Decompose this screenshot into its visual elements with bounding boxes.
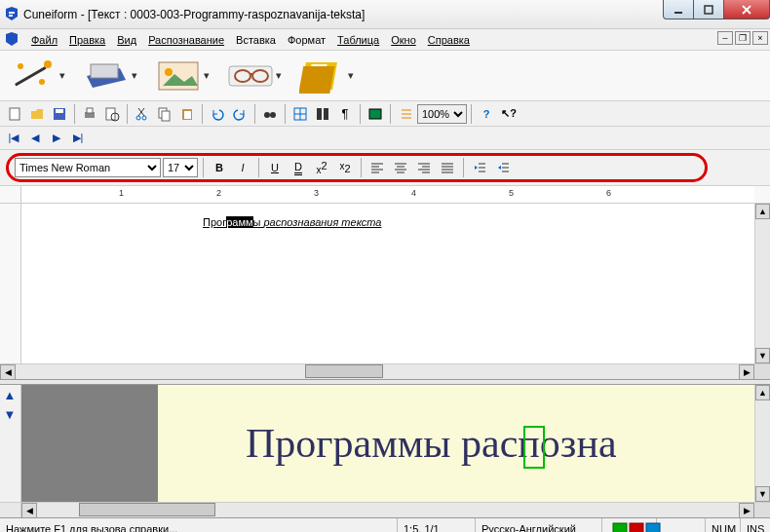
scroll-up-button[interactable]: ▲ [755,385,770,400]
next-error-button[interactable]: ▶ [47,129,66,148]
prev-error-button[interactable]: ◀ [25,129,45,148]
scroll-track[interactable] [755,400,770,486]
menu-help[interactable]: Справка [422,32,476,48]
preview-vertical-scrollbar[interactable]: ▲ ▼ [754,385,770,502]
scan-button[interactable]: ▾ [78,54,144,98]
maximize-button[interactable] [693,0,724,19]
svg-rect-61 [630,523,643,533]
indent-button[interactable] [492,158,514,177]
open-button[interactable] [26,103,48,125]
double-underline-button[interactable]: D [288,158,309,177]
new-button[interactable] [4,103,25,125]
ruler-tick: 6 [606,188,611,198]
separator [360,104,361,124]
list-button[interactable] [395,103,416,125]
preview-icon [104,106,120,122]
status-icon-1[interactable] [612,522,628,533]
scroll-thumb[interactable] [305,364,383,378]
preview-horizontal-scrollbar[interactable]: ◀ ▶ [0,502,770,517]
paste-button[interactable] [176,103,198,125]
align-justify-button[interactable] [437,158,458,177]
ruler-corner [0,186,21,203]
text-run: ы [253,216,264,228]
chevron-down-icon: ▾ [58,69,67,82]
align-center-button[interactable] [390,158,411,177]
scroll-right-button[interactable]: ▶ [739,364,754,380]
scroll-track[interactable] [37,503,739,517]
cut-button[interactable] [132,103,153,125]
font-select[interactable]: Times New Roman [15,158,161,177]
document-text[interactable]: Программы распознавания текста [203,211,381,231]
scroll-down-button[interactable]: ▼ [755,348,770,363]
mdi-restore-button[interactable]: ❐ [735,31,751,45]
scroll-left-button[interactable]: ◀ [0,364,16,380]
minimize-button[interactable] [663,0,694,19]
superscript-button[interactable]: x2 [311,158,332,177]
menu-table[interactable]: Таблица [331,32,385,48]
print-button[interactable] [79,103,100,125]
horizontal-scrollbar[interactable]: ◀ ▶ [0,363,770,379]
bold-button[interactable]: B [209,158,230,177]
preview-down-button[interactable]: ▼ [0,404,19,424]
menu-window[interactable]: Окно [385,32,422,48]
font-size-select[interactable]: 17 [163,158,198,177]
save-button[interactable]: ▾ [294,54,361,98]
last-error-button[interactable]: ▶| [68,129,88,148]
first-error-button[interactable]: |◀ [4,129,23,148]
preview-body[interactable]: Программы распозна [21,385,754,502]
scroll-right-button[interactable]: ▶ [739,503,754,518]
page[interactable]: Программы распознавания текста [21,204,754,363]
paragraph-button[interactable]: ¶ [334,103,356,125]
vertical-scrollbar[interactable]: ▲ ▼ [754,204,770,363]
zoom-select[interactable]: 100% [417,104,467,124]
menu-edit[interactable]: Правка [63,32,111,48]
recognize-button[interactable]: ▾ [222,54,289,98]
svg-rect-24 [162,111,170,121]
vertical-ruler[interactable] [0,204,21,363]
horizontal-ruler[interactable]: 1 2 3 4 5 6 [21,186,754,203]
align-left-button[interactable] [366,158,388,177]
scroll-up-button[interactable]: ▲ [755,204,770,219]
subscript-button[interactable]: x2 [334,158,356,177]
italic-button[interactable]: I [232,158,253,177]
context-help-button[interactable]: ↖? [498,103,520,125]
underline-button[interactable]: U [264,158,286,177]
columns-button[interactable] [312,103,333,125]
mdi-minimize-button[interactable]: – [717,31,733,45]
scroll-thumb[interactable] [79,503,215,516]
text-run: Прог [203,216,226,228]
menu-insert[interactable]: Вставка [230,32,282,48]
print-preview-button[interactable] [101,103,123,125]
wizard-button[interactable]: ▾ [6,54,72,98]
undo-button[interactable] [207,103,228,125]
frame-button[interactable] [365,103,386,125]
outdent-button[interactable] [469,158,490,177]
ruler-tick: 1 [119,188,124,198]
find-button[interactable] [259,103,281,125]
open-image-button[interactable]: ▾ [150,54,216,98]
help-button[interactable]: ? [476,103,497,125]
status-icon-2[interactable] [629,522,644,533]
menu-recognize[interactable]: Распознавание [142,32,230,48]
redo-button[interactable] [229,103,250,125]
table-button[interactable] [289,103,311,125]
scroll-down-button[interactable]: ▼ [755,486,770,502]
chevron-down-icon: ▾ [346,69,356,82]
preview-up-button[interactable]: ▲ [0,385,19,404]
copy-button[interactable] [154,103,175,125]
align-right-button[interactable] [413,158,435,177]
close-button[interactable] [723,0,770,19]
wand-icon [11,57,58,95]
separator [203,158,204,177]
save-small-button[interactable] [49,103,70,125]
align-right-icon [417,161,431,174]
menu-view[interactable]: Вид [111,32,142,48]
context-help-icon: ↖? [501,107,517,120]
scroll-left-button[interactable]: ◀ [21,503,37,518]
separator [74,104,75,124]
scroll-track[interactable] [16,364,739,379]
menu-format[interactable]: Формат [282,32,331,48]
scroll-track[interactable] [755,219,770,348]
menu-file[interactable]: Файл [25,32,63,48]
mdi-close-button[interactable]: × [752,31,768,45]
